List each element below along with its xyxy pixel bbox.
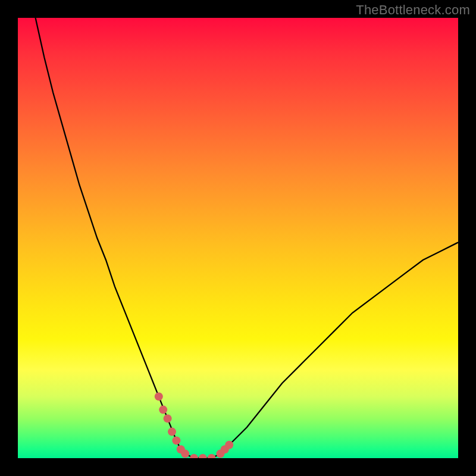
curve-marker (159, 406, 167, 414)
bottleneck-curve (36, 18, 458, 458)
curve-marker (168, 428, 176, 436)
plot-area (18, 18, 458, 458)
curve-marker (190, 454, 198, 458)
curve-marker (225, 441, 233, 449)
curve-marker (172, 436, 180, 444)
curve-markers (155, 392, 233, 458)
curve-marker (199, 454, 207, 458)
curve-marker (181, 450, 189, 458)
curve-marker (155, 392, 163, 400)
curve-marker (164, 414, 172, 422)
chart-frame: TheBottleneck.com (0, 0, 476, 476)
watermark-text: TheBottleneck.com (356, 2, 470, 18)
curve-layer (18, 18, 458, 458)
curve-marker (208, 454, 216, 458)
